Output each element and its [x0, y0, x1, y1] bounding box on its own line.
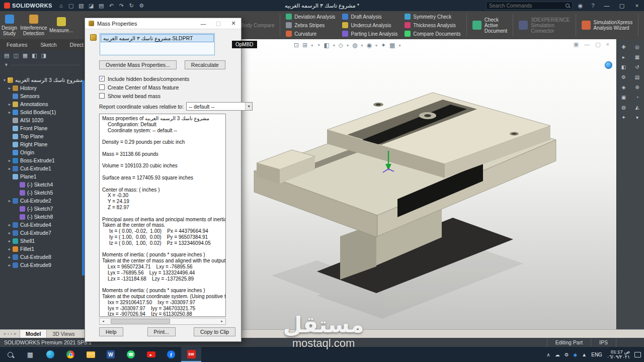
network-icon[interactable]: ▲ [582, 352, 587, 357]
side-tool-icon[interactable]: ▾ [636, 115, 638, 120]
scroll-right-icon[interactable]: ▸ [218, 318, 225, 324]
units-selector[interactable]: IPS [591, 338, 616, 347]
help-icon[interactable]: ? [588, 1, 598, 10]
zebra-stripes-button[interactable]: Zebra Stripes [286, 22, 335, 29]
tree-item[interactable]: ▸Annotations [0, 100, 85, 108]
tree-item[interactable]: ▸Shell1 [0, 237, 85, 245]
design-study-button[interactable]: Design Study [0, 11, 19, 39]
tab-model[interactable]: Model [20, 330, 47, 338]
dimxpert-tab-icon[interactable]: ◧ [32, 52, 37, 59]
tree-item[interactable]: (-) Sketch4 [0, 180, 85, 189]
tree-item[interactable]: ▸Cut-Extrude7 [0, 229, 85, 237]
language-indicator[interactable]: ENG [591, 352, 602, 357]
graphics-area[interactable]: ⊡ ⊞ ▾ ◔ ◧ ▾ ◇ ▾ ◍ ▾ ◉ ▾ ✦ ▦ ▾ ▣ — ▢ × [242, 39, 616, 329]
rebuild-icon[interactable]: ↻ [127, 1, 136, 10]
scrollbar-thumb[interactable] [111, 319, 170, 324]
configurations-tab-icon[interactable]: ▦ [23, 52, 28, 59]
deviation-analysis-button[interactable]: Deviation Analysis [286, 13, 335, 21]
display-pane-icon[interactable]: ◨ [41, 52, 46, 59]
show-weld-bead-checkbox[interactable]: Show weld bead mass [99, 92, 237, 100]
tree-item[interactable]: ▸Fillet1 [0, 245, 85, 253]
expand-arrow-icon[interactable]: ▸ [7, 102, 12, 107]
expand-arrow-icon[interactable]: ▸ [7, 239, 12, 243]
override-mass-properties-button[interactable]: Override Mass Properties... [99, 60, 177, 69]
solidworks-taskbar-button[interactable]: SW [181, 347, 201, 362]
tree-item[interactable]: (-) Sketch8 [0, 213, 85, 221]
close-button[interactable]: × [631, 1, 643, 11]
tab-sketch[interactable]: Sketch [34, 40, 63, 49]
tree-item[interactable]: ▸Solid Bodies(1) [0, 108, 85, 116]
expand-arrow-icon[interactable]: ▸ [7, 166, 12, 171]
results-horizontal-scrollbar[interactable]: ◂ ▸ [99, 318, 226, 325]
onedrive-icon[interactable]: ☁ [555, 352, 560, 357]
side-tool-icon[interactable]: ✚ [621, 44, 625, 50]
side-tool-icon[interactable]: ◈ [622, 84, 626, 90]
zoom-area-icon[interactable]: ⊞ [302, 42, 307, 49]
settings-tray-icon[interactable]: ⚙ [565, 352, 569, 357]
tree-item[interactable]: Right Plane [0, 140, 85, 148]
tree-item[interactable]: (-) Sketch7 [0, 205, 85, 213]
compare-documents-button[interactable]: Compare Documents [405, 30, 460, 38]
minimize-doc-icon[interactable]: — [584, 41, 590, 48]
hidden-icons-chevron[interactable]: ∧ [546, 352, 550, 357]
expand-arrow-icon[interactable]: ▸ [7, 247, 12, 251]
save-icon[interactable]: ◪ [87, 1, 96, 10]
expand-arrow-icon[interactable]: ▸ [7, 158, 12, 163]
hide-items-icon[interactable]: ◉ [367, 42, 372, 49]
facebook-button[interactable]: f [161, 347, 181, 362]
dropdown-icon[interactable]: ▾ [361, 43, 363, 48]
dropdown-icon[interactable]: ▾ [398, 43, 400, 48]
options-icon[interactable]: ⚙ [137, 1, 146, 10]
minimize-button[interactable]: — [601, 1, 613, 11]
dropdown-icon[interactable]: ▾ [347, 43, 349, 48]
expand-arrow-icon[interactable]: ▸ [7, 110, 12, 115]
scene-icon[interactable]: ▦ [389, 42, 395, 49]
section-view-icon[interactable]: ◧ [324, 42, 329, 49]
expand-arrow-icon[interactable]: ▸ [7, 255, 12, 259]
view-orientation-icon[interactable]: ◇ [339, 42, 343, 49]
side-tool-icon[interactable]: ⚙ [621, 74, 626, 80]
restore-doc-icon[interactable]: ▢ [595, 41, 600, 48]
edge-button[interactable] [40, 347, 60, 362]
expand-arrow-icon[interactable]: ▸ [7, 223, 12, 227]
side-tool-icon[interactable]: ▦ [635, 54, 639, 60]
side-tool-icon[interactable]: ◍ [621, 105, 626, 110]
display-style-icon[interactable]: ◍ [352, 42, 357, 49]
previous-view-icon[interactable]: ◔ [316, 42, 320, 49]
check-active-document-button[interactable]: Check Active Document [469, 11, 511, 39]
new-doc-icon[interactable]: ▢ [66, 1, 76, 10]
create-com-feature-checkbox[interactable]: Create Center of Mass feature [99, 83, 237, 92]
side-tool-icon[interactable]: ◎ [635, 44, 639, 50]
dialog-maximize-button[interactable]: ▢ [211, 18, 226, 29]
undercut-analysis-button[interactable]: Undercut Analysis [342, 22, 397, 29]
expand-arrow-icon[interactable]: ▾ [2, 78, 7, 82]
interference-detection-button[interactable]: Interference Detection [19, 11, 48, 39]
taskbar-search-button[interactable] [0, 347, 20, 362]
tab-features[interactable]: Features [0, 40, 34, 49]
clock[interactable]: 01:17 ص ٠٦/٠٩/٢٠٢١ [607, 349, 630, 360]
copy-to-clipboard-button[interactable]: Copy to Clip [194, 327, 235, 336]
mbd-tab-chip[interactable]: OpMBD [232, 41, 257, 48]
3dexperience-connector-button[interactable]: 3DEXPERIENCE Simulation Connector [515, 11, 573, 39]
restore-button[interactable]: ▢ [616, 1, 628, 11]
tree-item[interactable]: Origin [0, 148, 85, 156]
open-icon[interactable]: ▧ [76, 1, 86, 10]
tree-item[interactable]: ▸Cut-Extrude9 [0, 261, 85, 269]
close-doc-icon[interactable]: × [606, 41, 609, 48]
redo-icon[interactable]: ↷ [117, 1, 126, 10]
cad-part-model[interactable] [242, 39, 616, 329]
first-tab-icon[interactable]: « [4, 331, 6, 336]
side-tool-icon[interactable]: ◭ [635, 105, 639, 110]
home-icon[interactable]: ⌂ [56, 1, 66, 10]
word-button[interactable]: W [101, 347, 121, 362]
recalculate-button[interactable]: Recalculate [185, 60, 225, 69]
notification-center-icon[interactable] [634, 352, 641, 357]
bluetooth-icon[interactable]: ◈ [574, 352, 578, 357]
symmetry-check-button[interactable]: Symmetry Check [405, 13, 460, 21]
frame-icon[interactable]: ▣ [574, 41, 579, 48]
command-search-input[interactable] [489, 3, 563, 9]
file-explorer-button[interactable] [80, 347, 101, 362]
coordinate-system-dropdown[interactable]: -- default -- ▼ [186, 102, 253, 111]
tree-item[interactable]: Front Plane [0, 124, 85, 132]
mass-properties-results[interactable]: Mass properties of مشروع تاسك 3 الرسمه ا… [99, 114, 226, 317]
